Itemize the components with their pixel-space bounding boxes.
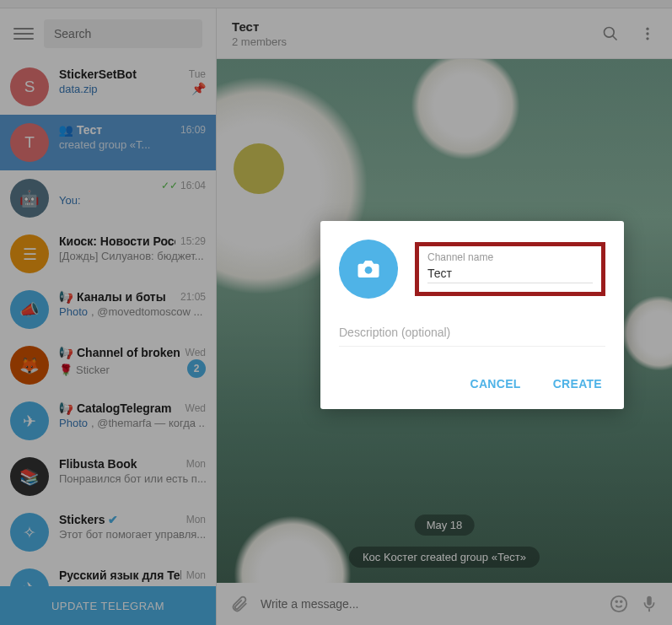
channel-name-label: Channel name [427, 251, 593, 263]
channel-description-input[interactable]: Description (optional) [339, 326, 605, 347]
channel-name-input[interactable] [427, 267, 593, 283]
sidebar-overlay [0, 0, 217, 625]
svg-point-9 [365, 267, 373, 274]
cancel-button[interactable]: CANCEL [467, 370, 524, 397]
app-root: S StickerSetBot Tue data.zip 📌 T � [0, 0, 672, 625]
channel-photo-button[interactable] [339, 240, 398, 299]
create-channel-modal: Channel name Description (optional) CANC… [320, 221, 624, 409]
channel-name-highlight: Channel name [415, 242, 605, 296]
create-button[interactable]: CREATE [550, 370, 605, 397]
